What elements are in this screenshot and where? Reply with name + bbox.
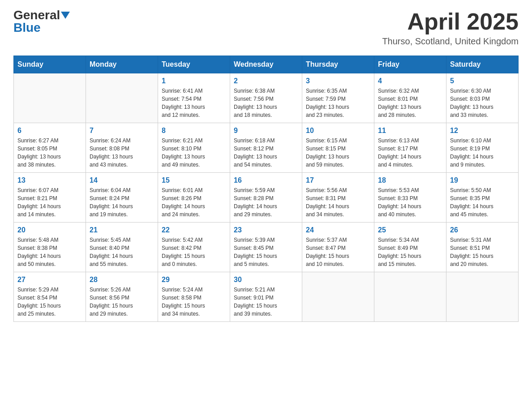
- day-detail: Sunrise: 6:30 AM Sunset: 8:03 PM Dayligh…: [450, 87, 515, 119]
- day-number: 21: [90, 226, 154, 234]
- day-detail: Sunrise: 6:35 AM Sunset: 7:59 PM Dayligh…: [306, 87, 370, 119]
- day-number: 10: [306, 127, 370, 135]
- day-number: 23: [234, 226, 298, 234]
- day-detail: Sunrise: 5:34 AM Sunset: 8:49 PM Dayligh…: [378, 236, 442, 268]
- day-detail: Sunrise: 5:39 AM Sunset: 8:45 PM Dayligh…: [234, 236, 298, 268]
- day-detail: Sunrise: 6:18 AM Sunset: 8:12 PM Dayligh…: [234, 137, 298, 169]
- weekday-header-saturday: Saturday: [446, 56, 519, 73]
- day-number: 14: [90, 176, 154, 184]
- day-number: 22: [162, 226, 226, 234]
- day-detail: Sunrise: 5:42 AM Sunset: 8:42 PM Dayligh…: [162, 236, 226, 268]
- logo-triangle-icon: [61, 12, 70, 19]
- calendar-week-row: 6Sunrise: 6:27 AM Sunset: 8:05 PM Daylig…: [14, 123, 519, 173]
- calendar-cell: 24Sunrise: 5:37 AM Sunset: 8:47 PM Dayli…: [302, 223, 374, 272]
- day-number: 15: [162, 176, 226, 184]
- calendar-week-row: 1Sunrise: 6:41 AM Sunset: 7:54 PM Daylig…: [14, 73, 519, 123]
- day-number: 16: [234, 176, 298, 184]
- day-detail: Sunrise: 6:13 AM Sunset: 8:17 PM Dayligh…: [378, 137, 442, 169]
- calendar-cell: [86, 73, 158, 123]
- calendar-cell: 17Sunrise: 5:56 AM Sunset: 8:31 PM Dayli…: [302, 173, 374, 223]
- day-detail: Sunrise: 6:21 AM Sunset: 8:10 PM Dayligh…: [162, 137, 226, 169]
- day-number: 13: [17, 176, 82, 184]
- day-detail: Sunrise: 5:21 AM Sunset: 9:01 PM Dayligh…: [234, 286, 298, 318]
- day-detail: Sunrise: 6:15 AM Sunset: 8:15 PM Dayligh…: [306, 137, 370, 169]
- day-number: 7: [90, 127, 154, 135]
- day-detail: Sunrise: 5:26 AM Sunset: 8:56 PM Dayligh…: [90, 286, 154, 318]
- calendar-cell: 25Sunrise: 5:34 AM Sunset: 8:49 PM Dayli…: [374, 223, 446, 272]
- calendar-cell: 30Sunrise: 5:21 AM Sunset: 9:01 PM Dayli…: [230, 272, 302, 322]
- day-number: 26: [450, 226, 515, 234]
- page-header: General Blue April 2025 Thurso, Scotland…: [13, 9, 519, 47]
- day-detail: Sunrise: 5:29 AM Sunset: 8:54 PM Dayligh…: [17, 286, 82, 318]
- day-number: 29: [162, 276, 226, 284]
- day-number: 9: [234, 127, 298, 135]
- day-detail: Sunrise: 6:10 AM Sunset: 8:19 PM Dayligh…: [450, 137, 515, 169]
- calendar-cell: 4Sunrise: 6:32 AM Sunset: 8:01 PM Daylig…: [374, 73, 446, 123]
- calendar-cell: 28Sunrise: 5:26 AM Sunset: 8:56 PM Dayli…: [86, 272, 158, 322]
- day-detail: Sunrise: 5:56 AM Sunset: 8:31 PM Dayligh…: [306, 186, 370, 218]
- calendar-cell: 8Sunrise: 6:21 AM Sunset: 8:10 PM Daylig…: [158, 123, 230, 173]
- weekday-header-thursday: Thursday: [302, 56, 374, 73]
- day-detail: Sunrise: 6:38 AM Sunset: 7:56 PM Dayligh…: [234, 87, 298, 119]
- calendar-week-row: 27Sunrise: 5:29 AM Sunset: 8:54 PM Dayli…: [14, 272, 519, 322]
- day-number: 3: [306, 77, 370, 85]
- calendar-cell: 21Sunrise: 5:45 AM Sunset: 8:40 PM Dayli…: [86, 223, 158, 272]
- calendar-body: 1Sunrise: 6:41 AM Sunset: 7:54 PM Daylig…: [14, 73, 519, 322]
- day-detail: Sunrise: 6:41 AM Sunset: 7:54 PM Dayligh…: [162, 87, 226, 119]
- day-detail: Sunrise: 5:59 AM Sunset: 8:28 PM Dayligh…: [234, 186, 298, 218]
- calendar-cell: 10Sunrise: 6:15 AM Sunset: 8:15 PM Dayli…: [302, 123, 374, 173]
- title-block: April 2025 Thurso, Scotland, United King…: [382, 9, 519, 47]
- weekday-header-row: SundayMondayTuesdayWednesdayThursdayFrid…: [14, 56, 519, 73]
- calendar-cell: 12Sunrise: 6:10 AM Sunset: 8:19 PM Dayli…: [446, 123, 519, 173]
- day-detail: Sunrise: 6:07 AM Sunset: 8:21 PM Dayligh…: [17, 186, 82, 218]
- calendar-cell: 26Sunrise: 5:31 AM Sunset: 8:51 PM Dayli…: [446, 223, 519, 272]
- day-detail: Sunrise: 6:32 AM Sunset: 8:01 PM Dayligh…: [378, 87, 442, 119]
- calendar-cell: 14Sunrise: 6:04 AM Sunset: 8:24 PM Dayli…: [86, 173, 158, 223]
- day-detail: Sunrise: 6:01 AM Sunset: 8:26 PM Dayligh…: [162, 186, 226, 218]
- day-number: 6: [17, 127, 82, 135]
- calendar-cell: 15Sunrise: 6:01 AM Sunset: 8:26 PM Dayli…: [158, 173, 230, 223]
- calendar-cell: [14, 73, 86, 123]
- day-number: 12: [450, 127, 515, 135]
- day-number: 11: [378, 127, 442, 135]
- calendar-cell: [446, 272, 519, 322]
- day-detail: Sunrise: 5:31 AM Sunset: 8:51 PM Dayligh…: [450, 236, 515, 268]
- calendar-cell: 29Sunrise: 5:24 AM Sunset: 8:58 PM Dayli…: [158, 272, 230, 322]
- calendar-cell: 5Sunrise: 6:30 AM Sunset: 8:03 PM Daylig…: [446, 73, 519, 123]
- day-number: 28: [90, 276, 154, 284]
- day-number: 20: [17, 226, 82, 234]
- calendar-cell: [302, 272, 374, 322]
- calendar-cell: 11Sunrise: 6:13 AM Sunset: 8:17 PM Dayli…: [374, 123, 446, 173]
- day-number: 30: [234, 276, 298, 284]
- calendar-cell: 27Sunrise: 5:29 AM Sunset: 8:54 PM Dayli…: [14, 272, 86, 322]
- weekday-header-friday: Friday: [374, 56, 446, 73]
- day-detail: Sunrise: 6:04 AM Sunset: 8:24 PM Dayligh…: [90, 186, 154, 218]
- day-detail: Sunrise: 6:24 AM Sunset: 8:08 PM Dayligh…: [90, 137, 154, 169]
- calendar-cell: 16Sunrise: 5:59 AM Sunset: 8:28 PM Dayli…: [230, 173, 302, 223]
- day-detail: Sunrise: 5:45 AM Sunset: 8:40 PM Dayligh…: [90, 236, 154, 268]
- month-title: April 2025: [382, 9, 519, 34]
- calendar-week-row: 13Sunrise: 6:07 AM Sunset: 8:21 PM Dayli…: [14, 173, 519, 223]
- calendar-cell: 1Sunrise: 6:41 AM Sunset: 7:54 PM Daylig…: [158, 73, 230, 123]
- calendar-week-row: 20Sunrise: 5:48 AM Sunset: 8:38 PM Dayli…: [14, 223, 519, 272]
- calendar-cell: 9Sunrise: 6:18 AM Sunset: 8:12 PM Daylig…: [230, 123, 302, 173]
- weekday-header-tuesday: Tuesday: [158, 56, 230, 73]
- day-number: 4: [378, 77, 442, 85]
- calendar-table: SundayMondayTuesdayWednesdayThursdayFrid…: [13, 56, 519, 322]
- day-number: 25: [378, 226, 442, 234]
- day-number: 5: [450, 77, 515, 85]
- day-number: 1: [162, 77, 226, 85]
- calendar-cell: 13Sunrise: 6:07 AM Sunset: 8:21 PM Dayli…: [14, 173, 86, 223]
- weekday-header-monday: Monday: [86, 56, 158, 73]
- day-detail: Sunrise: 5:48 AM Sunset: 8:38 PM Dayligh…: [17, 236, 82, 268]
- calendar-cell: 18Sunrise: 5:53 AM Sunset: 8:33 PM Dayli…: [374, 173, 446, 223]
- calendar-cell: 2Sunrise: 6:38 AM Sunset: 7:56 PM Daylig…: [230, 73, 302, 123]
- calendar-cell: 7Sunrise: 6:24 AM Sunset: 8:08 PM Daylig…: [86, 123, 158, 173]
- day-number: 24: [306, 226, 370, 234]
- day-detail: Sunrise: 5:53 AM Sunset: 8:33 PM Dayligh…: [378, 186, 442, 218]
- day-number: 2: [234, 77, 298, 85]
- calendar-cell: 3Sunrise: 6:35 AM Sunset: 7:59 PM Daylig…: [302, 73, 374, 123]
- day-number: 27: [17, 276, 82, 284]
- calendar-cell: 20Sunrise: 5:48 AM Sunset: 8:38 PM Dayli…: [14, 223, 86, 272]
- calendar-cell: 23Sunrise: 5:39 AM Sunset: 8:45 PM Dayli…: [230, 223, 302, 272]
